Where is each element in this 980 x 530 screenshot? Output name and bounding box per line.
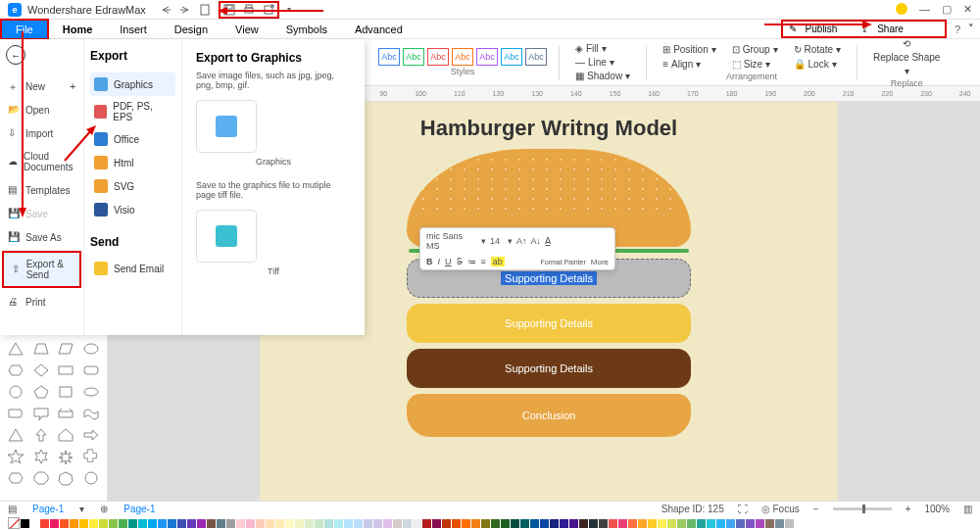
shape-home[interactable] <box>55 425 78 445</box>
lock-button[interactable]: 🔒 Lock▾ <box>790 58 845 71</box>
shape-callout[interactable] <box>29 404 53 423</box>
shape-oval[interactable] <box>79 382 103 402</box>
color-swatch[interactable] <box>765 519 774 528</box>
group-button[interactable]: ⊡ Group▾ <box>728 43 782 56</box>
shape-octagon[interactable] <box>29 468 53 488</box>
print-icon[interactable] <box>243 4 255 16</box>
color-swatch[interactable] <box>354 519 363 528</box>
size-button[interactable]: ⬚ Size▾ <box>728 58 782 71</box>
notification-icon[interactable] <box>896 3 907 15</box>
color-swatch[interactable] <box>158 519 167 528</box>
layout-icon[interactable]: ▥ <box>963 504 972 514</box>
color-swatch[interactable] <box>677 519 686 528</box>
qat-dropdown-icon[interactable]: ▾ <box>287 5 291 14</box>
color-swatch[interactable] <box>40 519 49 528</box>
undo-icon[interactable] <box>160 4 172 16</box>
style-thumb[interactable]: Abc <box>403 48 424 66</box>
new-doc-icon[interactable] <box>199 4 211 16</box>
add-page-icon[interactable]: ⊕ <box>100 504 108 514</box>
style-thumb[interactable]: Abc <box>452 48 473 66</box>
fill-button[interactable]: ◈ Fill ▾ <box>571 42 634 55</box>
close-icon[interactable]: ✕ <box>963 3 972 16</box>
nav-print[interactable]: 🖨Print <box>0 290 83 313</box>
align-button[interactable]: ≡ Align▾ <box>659 58 720 71</box>
font-color-icon[interactable]: A̲ <box>545 236 551 246</box>
layer-cheese[interactable]: Supporting Details <box>407 304 691 343</box>
color-swatch[interactable] <box>364 519 372 528</box>
color-swatch[interactable] <box>50 519 59 528</box>
shadow-button[interactable]: ▦ Shadow ▾ <box>571 70 634 82</box>
line-button[interactable]: — Line ▾ <box>571 56 634 69</box>
shape-circle2[interactable] <box>79 468 103 488</box>
export-icon[interactable] <box>263 4 274 16</box>
focus-button[interactable]: ◎ Focus <box>761 504 800 514</box>
color-swatch[interactable] <box>138 519 147 528</box>
export-svg[interactable]: SVG <box>90 174 175 198</box>
bullet-icon[interactable]: ≔ <box>467 257 476 266</box>
color-swatch[interactable] <box>501 519 510 528</box>
color-swatch[interactable] <box>148 519 157 528</box>
shape-parallelogram[interactable] <box>55 339 78 359</box>
color-swatch[interactable] <box>746 519 755 528</box>
shape-pentagon[interactable] <box>29 382 53 402</box>
color-swatch[interactable] <box>207 519 216 528</box>
graphics-thumb[interactable] <box>196 100 257 153</box>
shape-hex2[interactable] <box>4 468 27 488</box>
style-thumb[interactable]: Abc <box>525 48 547 66</box>
color-swatch[interactable] <box>471 519 480 528</box>
color-swatch[interactable] <box>236 519 245 528</box>
shape-ellipse[interactable] <box>79 339 103 359</box>
export-office[interactable]: Office <box>90 127 175 151</box>
color-swatch[interactable] <box>726 519 735 528</box>
nav-cloud[interactable]: ☁Cloud Documents <box>0 145 83 178</box>
maximize-icon[interactable]: ▢ <box>942 3 952 16</box>
color-swatch[interactable] <box>422 519 431 528</box>
shape-rect[interactable] <box>55 361 78 380</box>
nav-export-send[interactable]: ⇧Export & Send <box>2 251 81 288</box>
shape-star6[interactable] <box>29 447 53 466</box>
color-swatch[interactable] <box>697 519 706 528</box>
shape-arrow-right[interactable] <box>79 425 103 445</box>
tiff-thumb[interactable] <box>196 210 257 263</box>
color-swatch[interactable] <box>560 519 568 528</box>
save-icon[interactable] <box>223 4 235 16</box>
color-swatch[interactable] <box>569 519 578 528</box>
color-swatch[interactable] <box>266 519 274 528</box>
color-swatch[interactable] <box>197 519 206 528</box>
tab-symbols[interactable]: Symbols <box>272 21 341 38</box>
shape-burst[interactable] <box>55 447 78 466</box>
color-swatch[interactable] <box>452 519 461 528</box>
color-swatch[interactable] <box>119 519 127 528</box>
color-swatch[interactable] <box>442 519 451 528</box>
tab-home[interactable]: Home <box>49 21 107 38</box>
nav-saveas[interactable]: 💾Save As <box>0 225 83 249</box>
color-swatch[interactable] <box>403 519 412 528</box>
bun-bottom-shape[interactable]: Conclusion <box>407 394 691 437</box>
color-swatch[interactable] <box>295 519 304 528</box>
export-visio[interactable]: Visio <box>90 198 175 221</box>
font-inc-icon[interactable]: A↑ <box>516 236 527 246</box>
color-swatch[interactable] <box>540 519 549 528</box>
color-swatch[interactable] <box>305 519 314 528</box>
shape-arrow-up[interactable] <box>29 425 53 445</box>
underline-button[interactable]: U <box>445 257 452 266</box>
color-swatch[interactable] <box>21 519 29 528</box>
shape-hexagon[interactable] <box>4 361 27 380</box>
color-swatch[interactable] <box>756 519 764 528</box>
color-swatch[interactable] <box>638 519 647 528</box>
export-html[interactable]: Html <box>90 151 175 174</box>
style-thumb[interactable]: Abc <box>476 48 498 66</box>
color-swatch[interactable] <box>520 519 529 528</box>
nav-import[interactable]: ⇩Import <box>0 121 83 145</box>
color-swatch[interactable] <box>99 519 108 528</box>
tab-design[interactable]: Design <box>161 21 221 38</box>
font-name[interactable]: mic Sans MS <box>426 231 477 251</box>
color-swatch[interactable] <box>658 519 666 528</box>
color-swatch[interactable] <box>70 519 78 528</box>
publish-button[interactable]: ✎ Publish <box>783 22 850 36</box>
color-swatch[interactable] <box>187 519 196 528</box>
color-swatch[interactable] <box>285 519 294 528</box>
color-swatch[interactable] <box>383 519 392 528</box>
tab-view[interactable]: View <box>221 21 272 38</box>
tab-file[interactable]: File <box>0 19 49 40</box>
